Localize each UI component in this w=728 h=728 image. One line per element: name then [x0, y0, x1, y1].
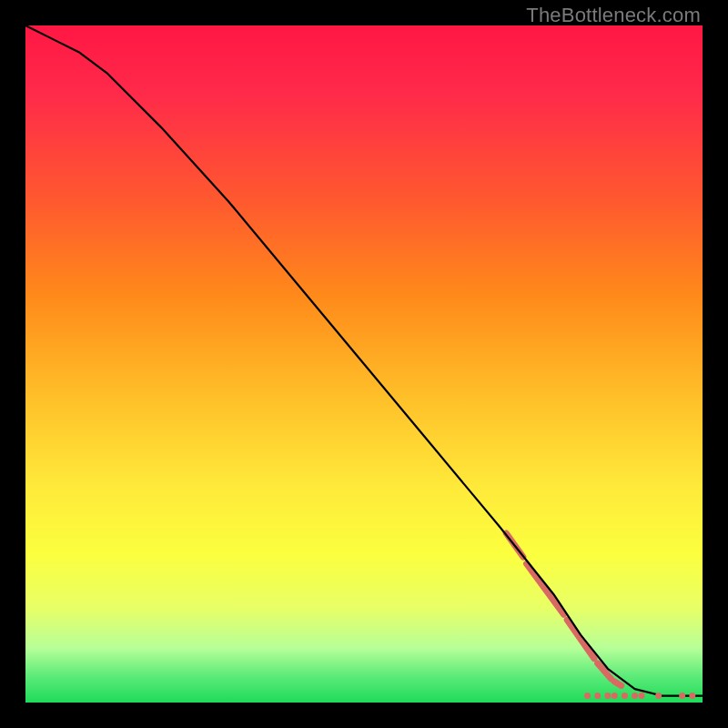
curve-line [25, 25, 703, 696]
highlight-segment [506, 533, 523, 557]
highlight-dot [639, 693, 645, 699]
highlight-segment [567, 620, 594, 658]
highlight-dot [679, 693, 685, 699]
highlight-dot [632, 693, 638, 699]
highlight-segment [527, 563, 564, 614]
highlight-dot [622, 693, 628, 699]
chart-frame: TheBottleneck.com [0, 0, 728, 728]
highlight-segment [614, 682, 621, 685]
chart-svg [25, 25, 703, 703]
plot-area [25, 25, 703, 703]
highlight-dot [604, 693, 611, 699]
highlight-dot [655, 693, 662, 699]
highlight-dot [689, 693, 695, 699]
watermark-text: TheBottleneck.com [526, 4, 701, 27]
highlight-dot [584, 693, 591, 699]
highlight-segment [598, 663, 612, 679]
highlight-layer [506, 533, 621, 685]
highlight-dot [612, 693, 618, 699]
highlight-dots [584, 693, 695, 699]
highlight-dot [594, 693, 601, 699]
